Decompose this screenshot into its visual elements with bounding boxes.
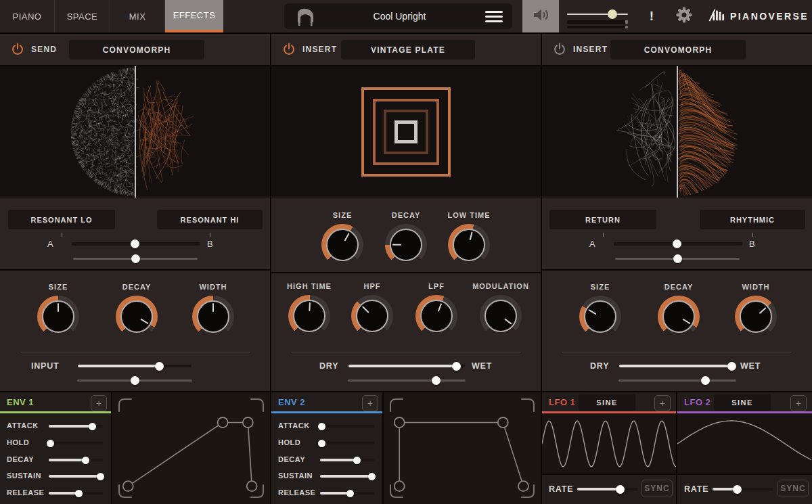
knob-low-time[interactable] bbox=[448, 224, 490, 266]
preset-selector[interactable]: Cool Upright bbox=[284, 3, 512, 29]
mix-slider-bottom[interactable] bbox=[348, 375, 466, 385]
routing-label: SEND bbox=[31, 45, 57, 54]
lfo-rate-slider[interactable] bbox=[713, 484, 773, 494]
decay-slider[interactable] bbox=[320, 455, 374, 465]
decay-slider[interactable] bbox=[49, 455, 103, 465]
top-bar: PIANOSPACEMIXEFFECTS Cool Upright bbox=[0, 0, 812, 32]
plus-icon[interactable]: + bbox=[362, 395, 378, 411]
plus-icon[interactable]: + bbox=[91, 395, 107, 411]
hold-slider[interactable] bbox=[320, 438, 374, 448]
knob-size[interactable] bbox=[321, 224, 363, 266]
speaker-button[interactable] bbox=[522, 0, 559, 32]
pianoverse-logo: PIANOVERSE bbox=[705, 0, 812, 32]
envelope-graph[interactable] bbox=[112, 392, 270, 504]
mix-slider-bottom[interactable] bbox=[618, 375, 736, 385]
alert-icon[interactable]: ! bbox=[641, 0, 662, 32]
lfo-waveform-display bbox=[542, 414, 676, 474]
power-icon[interactable] bbox=[281, 41, 297, 58]
sync-button[interactable]: SYNC bbox=[777, 480, 809, 497]
envelope-graph[interactable] bbox=[384, 392, 541, 504]
knob-pointer bbox=[344, 233, 350, 242]
morph-split-line bbox=[135, 66, 136, 198]
release-slider[interactable] bbox=[320, 488, 374, 498]
morph-b-label: B bbox=[749, 239, 755, 249]
preset-name: Cool Upright bbox=[325, 3, 474, 29]
effect-select-button[interactable]: VINTAGE PLATE bbox=[341, 40, 475, 60]
morph-a-label: A bbox=[589, 239, 595, 249]
speaker-icon bbox=[532, 7, 550, 26]
knob-size[interactable] bbox=[579, 296, 621, 338]
hold-slider[interactable] bbox=[49, 438, 103, 448]
knob-decay[interactable] bbox=[658, 296, 700, 338]
sustain-slider[interactable] bbox=[320, 472, 374, 481]
knob-decay[interactable] bbox=[385, 224, 427, 266]
knob-high-time[interactable] bbox=[288, 295, 330, 337]
param-label: RELEASE bbox=[7, 488, 44, 497]
ab-morph-slider-top[interactable] bbox=[614, 239, 742, 248]
mix-slider-top[interactable] bbox=[619, 361, 736, 371]
effect-select-button[interactable]: CONVOMORPH bbox=[69, 40, 204, 60]
mix-left-label: DRY bbox=[590, 361, 609, 371]
mode-button-resonant-lo[interactable]: RESONANT LO bbox=[8, 210, 115, 229]
visual-display bbox=[0, 66, 270, 198]
lfo-rate-slider[interactable] bbox=[577, 484, 638, 494]
ab-morph-slider-bottom[interactable] bbox=[615, 254, 740, 263]
mode-button-rhythmic[interactable]: RHYTHMIC bbox=[700, 210, 805, 229]
fx-column-3: INSERTCONVOMORPHRETURNRHYTHMICABSIZEDECA… bbox=[542, 34, 812, 391]
effect-select-button[interactable]: CONVOMORPH bbox=[610, 40, 746, 60]
param-label: ATTACK bbox=[278, 421, 310, 430]
plus-icon[interactable]: + bbox=[654, 395, 671, 411]
knob-pointer bbox=[469, 231, 472, 240]
page-tabs: PIANOSPACEMIXEFFECTS bbox=[0, 0, 223, 32]
param-label: DECAY bbox=[278, 455, 305, 463]
knob-pointer bbox=[759, 307, 766, 314]
gear-icon bbox=[676, 7, 692, 26]
power-icon[interactable] bbox=[9, 41, 26, 58]
knob-size[interactable] bbox=[37, 296, 79, 338]
attack-slider[interactable] bbox=[49, 421, 103, 431]
mix-slider-top[interactable] bbox=[78, 361, 191, 371]
mix-slider-bottom[interactable] bbox=[77, 375, 192, 385]
lfo-wave-select-button[interactable]: SINE bbox=[579, 394, 635, 411]
mix-left-label: DRY bbox=[319, 361, 338, 371]
knob-decay[interactable] bbox=[116, 296, 158, 338]
knob-pointer bbox=[362, 306, 369, 313]
knob-width[interactable] bbox=[192, 296, 234, 338]
settings-button[interactable] bbox=[671, 0, 697, 32]
plus-icon[interactable]: + bbox=[790, 395, 807, 411]
tab-mix[interactable]: MIX bbox=[110, 0, 165, 32]
tab-space[interactable]: SPACE bbox=[55, 0, 110, 32]
knob-hpf[interactable] bbox=[351, 295, 393, 337]
hamburger-menu-icon[interactable] bbox=[485, 11, 503, 22]
pianoverse-logo-icon bbox=[708, 7, 725, 26]
power-icon[interactable] bbox=[551, 41, 568, 58]
release-slider[interactable] bbox=[49, 488, 103, 498]
tab-piano[interactable]: PIANO bbox=[0, 0, 55, 32]
fx-column-2: INSERTVINTAGE PLATESIZEDECAYLOW TIMEHIGH… bbox=[271, 34, 541, 391]
rate-label: RATE bbox=[684, 484, 708, 494]
volume-slider[interactable] bbox=[567, 14, 628, 15]
knob-label: SIZE bbox=[18, 283, 99, 291]
envelope-panel-2: ENV 2+ATTACKHOLDDECAYSUSTAINRELEASE bbox=[271, 392, 541, 504]
sustain-slider[interactable] bbox=[49, 472, 103, 481]
attack-slider[interactable] bbox=[320, 421, 374, 431]
knob-lpf[interactable] bbox=[415, 295, 457, 337]
volume-slider-thumb[interactable] bbox=[608, 9, 617, 19]
sync-button[interactable]: SYNC bbox=[641, 480, 673, 497]
mix-slider-top[interactable] bbox=[348, 361, 465, 371]
knob-pointer bbox=[309, 302, 311, 311]
param-label: SUSTAIN bbox=[7, 472, 41, 480]
ab-morph-slider-top[interactable] bbox=[72, 239, 200, 248]
tab-effects[interactable]: EFFECTS bbox=[165, 0, 223, 32]
ab-morph-slider-bottom[interactable] bbox=[73, 254, 198, 263]
param-label: RELEASE bbox=[278, 488, 315, 497]
lfo-wave-select-button[interactable]: SINE bbox=[714, 394, 771, 411]
visual-display bbox=[271, 66, 541, 198]
knob-label: LOW TIME bbox=[428, 211, 510, 219]
knob-pointer bbox=[437, 303, 442, 312]
mode-button-return[interactable]: RETURN bbox=[549, 210, 656, 229]
lfo-waveform-display bbox=[677, 414, 812, 474]
knob-modulation[interactable] bbox=[480, 295, 522, 337]
knob-width[interactable] bbox=[735, 296, 777, 338]
mode-button-resonant-hi[interactable]: RESONANT HI bbox=[157, 210, 263, 229]
